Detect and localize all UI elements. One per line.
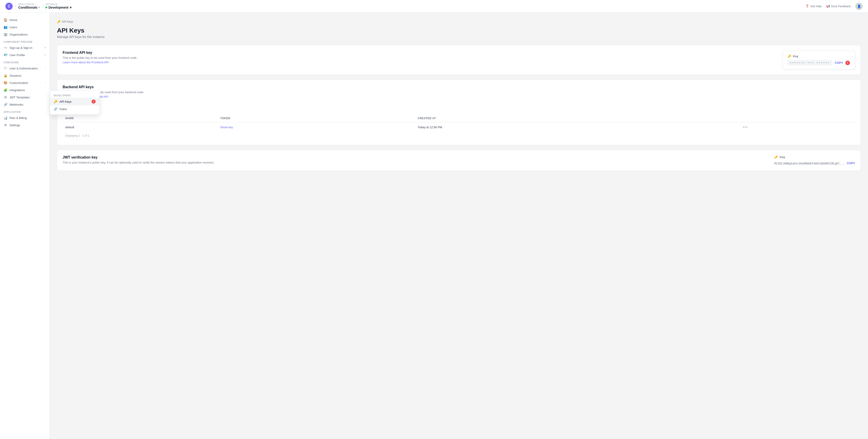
avatar-icon: 👤 (857, 4, 861, 8)
page-title: API Keys (57, 27, 861, 34)
key-value-row: ••••••• ••• •••••• COPY 2 (787, 60, 850, 65)
instance-name[interactable]: Development ▾ (45, 6, 71, 9)
sidebar-item-plan-billing[interactable]: 📊 Plan & Billing (0, 114, 50, 121)
users-icon: 👥 (4, 25, 7, 29)
breadcrumb: 🔑 API Keys (57, 20, 861, 23)
header-divider-1: / (15, 4, 16, 8)
page-subtitle: Manage API keys for this instance (57, 35, 861, 39)
row-name: default (63, 122, 217, 132)
sidebar-item-signup[interactable]: ↪ Sign-up & Sign-in ↗ (0, 44, 50, 51)
page-layout: 🏠 Home 👥 Users 🏢 Organizations COMPONENT… (0, 13, 868, 439)
frontend-card-title: Frontend API key (63, 51, 137, 55)
give-feedback-button[interactable]: 📢 Give Feedback (826, 4, 851, 8)
breadcrumb-icon: 🔑 (57, 20, 61, 23)
sessions-icon: 🔒 (4, 74, 7, 77)
api-keys-badge: 1 (92, 99, 96, 104)
webhooks-icon: 🔗 (4, 103, 7, 106)
plan-billing-icon: 📊 (4, 116, 7, 120)
table-footer: Displaying 1 - 1 of 1 (63, 132, 855, 140)
app-logo: C (5, 3, 13, 10)
col-created-header: Created At (415, 114, 740, 122)
key-box-key-icon: 🔑 (787, 55, 791, 58)
settings-icon: ⚙ (4, 123, 7, 127)
frontend-api-learn-more-link[interactable]: Learn more about the Frontend API (63, 61, 109, 64)
jwt-card-inner: JWT verification key This is your instan… (63, 155, 855, 165)
row-created-at: Today at 12:56 PM (415, 122, 740, 132)
backend-api-keys-card: Backend API keys These are the secret ke… (57, 79, 861, 145)
app-selector[interactable]: APPLICATION Conditionals ▾ (18, 3, 40, 9)
show-key-link[interactable]: Show key (220, 125, 233, 129)
instance-label: INSTANCE (45, 3, 71, 6)
backend-card-desc: These are the secret keys to be used fro… (63, 90, 855, 94)
row-actions-button[interactable]: ••• (743, 125, 748, 129)
jwt-copy-button[interactable]: COPY (847, 162, 855, 165)
sidebar-item-sessions[interactable]: 🔒 Sessions (0, 72, 50, 79)
instance-chevron-icon: ▾ (70, 6, 71, 9)
popup-item-paths[interactable]: 🔗 Paths (50, 106, 99, 113)
app-label: APPLICATION (18, 3, 40, 6)
sidebar-item-user-auth[interactable]: 🛡 User & Authentication › (0, 65, 50, 72)
header-actions: ❓ Get help 📢 Give Feedback 👤 (805, 3, 863, 10)
customization-icon: 🎨 (4, 81, 7, 85)
home-icon: 🏠 (4, 18, 7, 22)
backend-keys-table: Name Token Created At default Show key T… (63, 114, 855, 132)
developers-popup: DEVELOPERS 🔑 API Keys 1 🔗 Paths (50, 90, 99, 115)
sidebar-item-settings[interactable]: ⚙ Settings (0, 121, 50, 129)
integrations-icon: 🧩 (4, 88, 7, 92)
instance-selector[interactable]: INSTANCE Development ▾ (45, 3, 71, 9)
user-profile-ext-link-icon: ↗ (44, 54, 46, 57)
user-profile-icon: 🪪 (4, 53, 7, 57)
jwt-key-value-row: MIIBIiANBgkqhkiG9w0BAQEFAAOCAQ8AMIIBCgKC… (774, 161, 855, 165)
jwt-key-masked-value: MIIBIiANBgkqhkiG9w0BAQEFAAOCAQ8AMIIBCgKC… (774, 162, 844, 165)
paths-popup-icon: 🔗 (54, 107, 57, 111)
jwt-card-desc: This is your instance's public key. It c… (63, 161, 214, 164)
frontend-key-box: 🔑 Key ••••••• ••• •••••• COPY 2 (783, 51, 855, 69)
get-help-button[interactable]: ❓ Get help (805, 4, 822, 8)
frontend-api-key-card: Frontend API key This is the public key … (57, 45, 861, 75)
jwt-key-box-header: 🔑 Key (774, 155, 855, 159)
jwt-card-title: JWT verification key (63, 155, 214, 159)
sidebar: 🏠 Home 👥 Users 🏢 Organizations COMPONENT… (0, 13, 50, 439)
table-row: default Show key Today at 12:56 PM ••• (63, 122, 855, 132)
user-avatar[interactable]: 👤 (855, 3, 863, 10)
frontend-card-desc: This is the public key to be used from y… (63, 56, 137, 59)
popup-item-api-keys[interactable]: 🔑 API Keys 1 (50, 98, 99, 106)
backend-card-title: Backend API keys (63, 85, 855, 89)
row-token: Show key (217, 122, 415, 132)
api-keys-popup-icon: 🔑 (54, 100, 57, 104)
signup-icon: ↪ (4, 46, 7, 50)
sidebar-item-webhooks[interactable]: 🔗 Webhooks (0, 101, 50, 108)
frontend-key-masked-value: ••••••• ••• •••••• (787, 60, 832, 65)
sidebar-item-organizations[interactable]: 🏢 Organizations (0, 31, 50, 38)
instance-status-dot (45, 6, 47, 8)
sidebar-item-integrations[interactable]: 🧩 Integrations (0, 86, 50, 94)
key-box-header: 🔑 Key (787, 55, 850, 58)
jwt-card-text: JWT verification key This is your instan… (63, 155, 214, 165)
header-divider-2: / (42, 4, 43, 8)
component-preview-label: COMPONENT PREVIEW (0, 38, 50, 44)
main-content: 🔑 API Keys API Keys Manage API keys for … (50, 13, 868, 439)
copy-badge: 2 (845, 61, 850, 65)
col-name-header: Name (63, 114, 217, 122)
breadcrumb-text: API Keys (62, 20, 73, 23)
app-header: C / APPLICATION Conditionals ▾ / INSTANC… (0, 0, 868, 13)
configure-label: CONFIGURE (0, 59, 50, 65)
sidebar-item-users[interactable]: 👥 Users (0, 24, 50, 31)
jwt-verification-key-card: JWT verification key This is your instan… (57, 150, 861, 171)
sidebar-item-user-profile[interactable]: 🪪 User Profile ↗ (0, 51, 50, 59)
organizations-icon: 🏢 (4, 33, 7, 36)
sidebar-item-customization[interactable]: 🎨 Customization › (0, 79, 50, 86)
jwt-templates-icon: ⚙ (4, 95, 7, 99)
app-chevron-icon: ▾ (38, 6, 40, 9)
app-name[interactable]: Conditionals ▾ (18, 6, 40, 9)
user-auth-arrow-icon: › (45, 67, 46, 70)
col-actions-header (740, 114, 855, 122)
signup-ext-link-icon: ↗ (44, 47, 46, 49)
application-label: APPLICATION (0, 108, 50, 114)
frontend-card-text: Frontend API key This is the public key … (63, 51, 137, 64)
frontend-copy-button[interactable]: COPY 2 (835, 61, 850, 65)
sidebar-item-jwt-templates[interactable]: ⚙ JWT Templates (0, 94, 50, 101)
col-token-header: Token (217, 114, 415, 122)
feedback-icon: 📢 (826, 4, 830, 8)
sidebar-item-home[interactable]: 🏠 Home (0, 16, 50, 24)
